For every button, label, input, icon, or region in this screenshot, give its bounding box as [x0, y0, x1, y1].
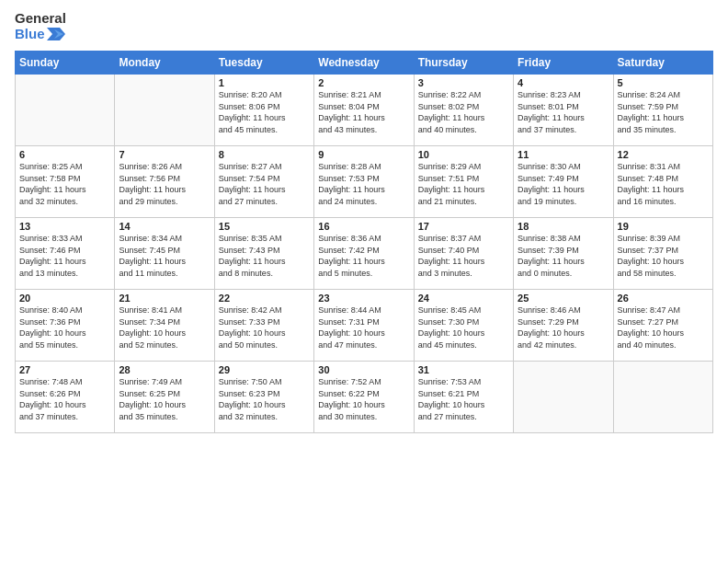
calendar-cell: 21Sunrise: 8:41 AM Sunset: 7:34 PM Dayli…: [115, 290, 214, 362]
calendar-cell: 2Sunrise: 8:21 AM Sunset: 8:04 PM Daylig…: [314, 75, 414, 146]
day-number: 18: [518, 221, 609, 232]
day-number: 21: [119, 293, 210, 304]
day-number: 17: [418, 221, 509, 232]
calendar-cell: 15Sunrise: 8:35 AM Sunset: 7:43 PM Dayli…: [214, 218, 313, 290]
calendar-week-2: 13Sunrise: 8:33 AM Sunset: 7:46 PM Dayli…: [16, 218, 713, 290]
calendar-cell: 26Sunrise: 8:47 AM Sunset: 7:27 PM Dayli…: [613, 290, 712, 362]
day-detail: Sunrise: 8:29 AM Sunset: 7:51 PM Dayligh…: [418, 161, 509, 207]
calendar-cell: 10Sunrise: 8:29 AM Sunset: 7:51 PM Dayli…: [414, 146, 513, 218]
day-detail: Sunrise: 8:26 AM Sunset: 7:56 PM Dayligh…: [119, 161, 210, 207]
calendar-header-tuesday: Tuesday: [214, 52, 313, 75]
calendar-cell: 6Sunrise: 8:25 AM Sunset: 7:58 PM Daylig…: [16, 146, 115, 218]
calendar-header-row: SundayMondayTuesdayWednesdayThursdayFrid…: [16, 52, 713, 75]
day-number: 1: [219, 77, 310, 88]
calendar-cell: 4Sunrise: 8:23 AM Sunset: 8:01 PM Daylig…: [514, 75, 613, 146]
day-detail: Sunrise: 8:46 AM Sunset: 7:29 PM Dayligh…: [518, 304, 609, 350]
calendar-cell: 28Sunrise: 7:49 AM Sunset: 6:25 PM Dayli…: [115, 362, 214, 433]
day-detail: Sunrise: 8:25 AM Sunset: 7:58 PM Dayligh…: [19, 161, 110, 207]
day-detail: Sunrise: 8:33 AM Sunset: 7:46 PM Dayligh…: [19, 233, 110, 279]
day-detail: Sunrise: 7:49 AM Sunset: 6:25 PM Dayligh…: [119, 376, 210, 422]
day-number: 16: [318, 221, 409, 232]
day-number: 29: [219, 364, 310, 375]
day-number: 11: [518, 149, 609, 160]
calendar-cell: 24Sunrise: 8:45 AM Sunset: 7:30 PM Dayli…: [414, 290, 513, 362]
day-detail: Sunrise: 8:47 AM Sunset: 7:27 PM Dayligh…: [618, 304, 709, 350]
day-detail: Sunrise: 8:30 AM Sunset: 7:49 PM Dayligh…: [518, 161, 609, 207]
day-number: 10: [418, 149, 509, 160]
day-number: 13: [19, 221, 110, 232]
day-detail: Sunrise: 7:48 AM Sunset: 6:26 PM Dayligh…: [19, 376, 110, 422]
calendar-cell: [514, 362, 613, 433]
day-detail: Sunrise: 8:41 AM Sunset: 7:34 PM Dayligh…: [119, 304, 210, 350]
day-detail: Sunrise: 8:45 AM Sunset: 7:30 PM Dayligh…: [418, 304, 509, 350]
logo-blue: Blue: [15, 27, 66, 42]
calendar-table: SundayMondayTuesdayWednesdayThursdayFrid…: [15, 51, 713, 433]
calendar-cell: 5Sunrise: 8:24 AM Sunset: 7:59 PM Daylig…: [613, 75, 712, 146]
day-detail: Sunrise: 8:20 AM Sunset: 8:06 PM Dayligh…: [219, 89, 310, 135]
day-number: 12: [618, 149, 709, 160]
calendar-cell: 1Sunrise: 8:20 AM Sunset: 8:06 PM Daylig…: [214, 75, 313, 146]
day-detail: Sunrise: 8:34 AM Sunset: 7:45 PM Dayligh…: [119, 233, 210, 279]
calendar-header-wednesday: Wednesday: [314, 52, 414, 75]
day-number: 9: [318, 149, 409, 160]
calendar-cell: 29Sunrise: 7:50 AM Sunset: 6:23 PM Dayli…: [214, 362, 313, 433]
calendar-header-saturday: Saturday: [613, 52, 712, 75]
page: General Blue SundayMondayTuesdayWednesda…: [0, 0, 728, 563]
calendar-cell: 19Sunrise: 8:39 AM Sunset: 7:37 PM Dayli…: [613, 218, 712, 290]
logo: General Blue: [15, 11, 66, 41]
day-number: 30: [318, 364, 409, 375]
day-number: 5: [618, 77, 709, 88]
day-number: 20: [19, 293, 110, 304]
calendar-cell: 8Sunrise: 8:27 AM Sunset: 7:54 PM Daylig…: [214, 146, 313, 218]
calendar-cell: 7Sunrise: 8:26 AM Sunset: 7:56 PM Daylig…: [115, 146, 214, 218]
day-number: 19: [618, 221, 709, 232]
day-detail: Sunrise: 8:27 AM Sunset: 7:54 PM Dayligh…: [219, 161, 310, 207]
calendar-header-monday: Monday: [115, 52, 214, 75]
calendar-cell: 18Sunrise: 8:38 AM Sunset: 7:39 PM Dayli…: [514, 218, 613, 290]
calendar-cell: 3Sunrise: 8:22 AM Sunset: 8:02 PM Daylig…: [414, 75, 513, 146]
day-detail: Sunrise: 7:50 AM Sunset: 6:23 PM Dayligh…: [219, 376, 310, 422]
calendar-cell: [16, 75, 115, 146]
calendar-cell: 25Sunrise: 8:46 AM Sunset: 7:29 PM Dayli…: [514, 290, 613, 362]
calendar-cell: 27Sunrise: 7:48 AM Sunset: 6:26 PM Dayli…: [16, 362, 115, 433]
day-number: 2: [318, 77, 409, 88]
calendar-cell: 11Sunrise: 8:30 AM Sunset: 7:49 PM Dayli…: [514, 146, 613, 218]
day-detail: Sunrise: 8:42 AM Sunset: 7:33 PM Dayligh…: [219, 304, 310, 350]
logo-arrow-icon: [47, 28, 65, 40]
day-number: 3: [418, 77, 509, 88]
header: General Blue: [15, 11, 713, 41]
calendar-week-4: 27Sunrise: 7:48 AM Sunset: 6:26 PM Dayli…: [16, 362, 713, 433]
calendar-header-friday: Friday: [514, 52, 613, 75]
day-number: 8: [219, 149, 310, 160]
day-number: 27: [19, 364, 110, 375]
calendar-cell: 22Sunrise: 8:42 AM Sunset: 7:33 PM Dayli…: [214, 290, 313, 362]
day-number: 23: [318, 293, 409, 304]
calendar-header-thursday: Thursday: [414, 52, 513, 75]
day-detail: Sunrise: 8:21 AM Sunset: 8:04 PM Dayligh…: [318, 89, 409, 135]
day-detail: Sunrise: 8:24 AM Sunset: 7:59 PM Dayligh…: [618, 89, 709, 135]
day-detail: Sunrise: 8:38 AM Sunset: 7:39 PM Dayligh…: [518, 233, 609, 279]
logo-general: General: [15, 11, 66, 27]
day-number: 15: [219, 221, 310, 232]
day-detail: Sunrise: 7:52 AM Sunset: 6:22 PM Dayligh…: [318, 376, 409, 422]
day-detail: Sunrise: 8:31 AM Sunset: 7:48 PM Dayligh…: [618, 161, 709, 207]
day-detail: Sunrise: 8:35 AM Sunset: 7:43 PM Dayligh…: [219, 233, 310, 279]
calendar-cell: 31Sunrise: 7:53 AM Sunset: 6:21 PM Dayli…: [414, 362, 513, 433]
logo-wordmark: General Blue: [15, 11, 66, 41]
day-number: 4: [518, 77, 609, 88]
calendar-cell: 13Sunrise: 8:33 AM Sunset: 7:46 PM Dayli…: [16, 218, 115, 290]
day-detail: Sunrise: 8:40 AM Sunset: 7:36 PM Dayligh…: [19, 304, 110, 350]
calendar-cell: 17Sunrise: 8:37 AM Sunset: 7:40 PM Dayli…: [414, 218, 513, 290]
calendar-cell: 23Sunrise: 8:44 AM Sunset: 7:31 PM Dayli…: [314, 290, 414, 362]
day-number: 25: [518, 293, 609, 304]
calendar-header-sunday: Sunday: [16, 52, 115, 75]
calendar-cell: 20Sunrise: 8:40 AM Sunset: 7:36 PM Dayli…: [16, 290, 115, 362]
day-number: 7: [119, 149, 210, 160]
day-detail: Sunrise: 7:53 AM Sunset: 6:21 PM Dayligh…: [418, 376, 509, 422]
calendar-week-0: 1Sunrise: 8:20 AM Sunset: 8:06 PM Daylig…: [16, 75, 713, 146]
calendar-week-1: 6Sunrise: 8:25 AM Sunset: 7:58 PM Daylig…: [16, 146, 713, 218]
day-number: 26: [618, 293, 709, 304]
calendar-cell: [115, 75, 214, 146]
calendar-cell: 16Sunrise: 8:36 AM Sunset: 7:42 PM Dayli…: [314, 218, 414, 290]
day-detail: Sunrise: 8:22 AM Sunset: 8:02 PM Dayligh…: [418, 89, 509, 135]
